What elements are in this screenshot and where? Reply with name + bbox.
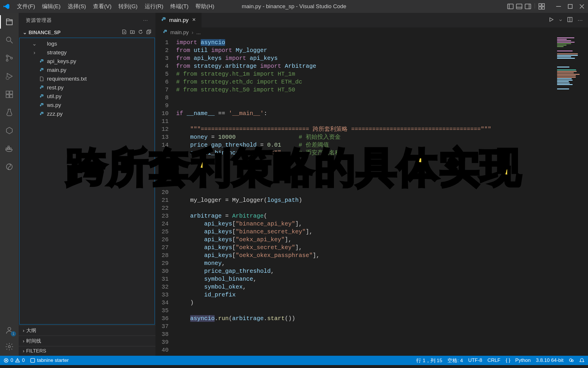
new-folder-icon[interactable] — [130, 29, 135, 36]
video-overlay-title: 跨所套利策略的具体实现 — [66, 140, 522, 196]
status-language-mode[interactable]: { } Python — [506, 357, 531, 363]
file-icon — [39, 85, 45, 90]
status-eol[interactable]: CRLF — [487, 357, 500, 363]
status-python-interpreter[interactable]: 3.8.10 64-bit — [536, 357, 564, 363]
tree-item-label: ws.py — [47, 102, 61, 108]
search-view-icon[interactable] — [4, 35, 14, 45]
customize-layout-icon[interactable] — [538, 3, 545, 10]
file-item[interactable]: zzz.py — [20, 110, 155, 118]
line-number-gutter: 1234567891011121314151617181920212223242… — [156, 37, 176, 356]
file-item[interactable]: api_keys.py — [20, 57, 155, 66]
vscode-logo-icon — [3, 3, 10, 10]
section-label: FILTERS — [26, 348, 46, 354]
sidebar-section-大纲[interactable]: ›大纲 — [19, 325, 155, 336]
menu-item[interactable]: 终端(T) — [167, 3, 192, 10]
status-problems[interactable]: 0 0 — [4, 357, 25, 363]
menu-item[interactable]: 选择(S) — [64, 3, 90, 10]
status-encoding[interactable]: UTF-8 — [468, 357, 482, 363]
status-tabnine[interactable]: tabnine starter — [30, 357, 69, 363]
tree-item-label: requirements.txt — [47, 76, 87, 82]
extensions-view-icon[interactable] — [4, 89, 14, 99]
menu-item[interactable]: 运行(R) — [141, 3, 167, 10]
svg-rect-24 — [10, 95, 13, 98]
settings-gear-icon[interactable] — [4, 342, 14, 352]
run-file-icon[interactable] — [548, 17, 554, 24]
refresh-icon[interactable] — [138, 29, 143, 36]
docker-view-icon[interactable] — [4, 144, 14, 154]
explorer-view-icon[interactable] — [4, 17, 14, 27]
menu-item[interactable]: 编辑(E) — [38, 3, 64, 10]
menu-bar: 文件(F)编辑(E)选择(S)查看(V)转到(G)运行(R)终端(T)帮助(H) — [13, 3, 218, 10]
file-item[interactable]: main.py — [20, 66, 155, 74]
status-notifications-icon[interactable] — [579, 358, 584, 363]
svg-rect-9 — [542, 7, 544, 9]
breadcrumb-item[interactable]: ... — [196, 29, 201, 36]
chevron-right-icon: › — [23, 348, 24, 354]
sidebar-more-icon[interactable]: ⋯ — [143, 17, 148, 23]
chevron-right-icon: › — [23, 338, 24, 344]
layout-sidebar-left-icon[interactable] — [507, 3, 514, 10]
svg-point-18 — [10, 57, 12, 59]
folder-item[interactable]: ⌄logs — [20, 39, 155, 48]
openai-view-icon[interactable] — [4, 162, 14, 172]
svg-rect-0 — [508, 4, 513, 9]
accounts-icon[interactable]: 1 — [4, 325, 14, 335]
chevron-right-icon: › — [23, 328, 24, 334]
window-minimize-icon[interactable] — [555, 3, 562, 10]
sidebar-section-时间线[interactable]: ›时间线 — [19, 336, 155, 346]
folder-item[interactable]: ›strategy — [20, 48, 155, 57]
tab-main-py[interactable]: main.py — [156, 13, 202, 27]
source-control-view-icon[interactable] — [4, 53, 14, 63]
svg-rect-48 — [31, 358, 35, 362]
split-editor-icon[interactable] — [567, 17, 573, 24]
file-item[interactable]: rest.py — [20, 83, 155, 92]
layout-panel-bottom-icon[interactable] — [516, 3, 522, 10]
svg-rect-21 — [6, 91, 9, 94]
svg-rect-22 — [10, 91, 13, 94]
status-cursor-position[interactable]: 行 1，列 15 — [416, 357, 442, 364]
status-indentation[interactable]: 空格: 4 — [447, 357, 463, 364]
close-icon[interactable] — [192, 17, 196, 23]
run-debug-view-icon[interactable] — [4, 71, 14, 81]
file-icon — [39, 94, 45, 99]
tree-item-label: api_keys.py — [47, 58, 76, 65]
file-item[interactable]: requirements.txt — [20, 74, 155, 83]
svg-rect-29 — [8, 146, 9, 147]
svg-point-14 — [6, 37, 11, 41]
window-maximize-icon[interactable] — [567, 3, 573, 10]
collapse-all-icon[interactable] — [146, 29, 151, 36]
chevron-icon: › — [32, 49, 36, 56]
chevron-icon: ⌄ — [32, 40, 36, 47]
menu-item[interactable]: 转到(G) — [115, 3, 141, 10]
breadcrumb-item[interactable]: main.py — [170, 29, 189, 36]
section-label: 时间线 — [26, 338, 41, 344]
svg-point-20 — [6, 77, 9, 79]
breadcrumb[interactable]: main.py › ... — [156, 27, 588, 37]
file-item[interactable]: util.py — [20, 92, 155, 101]
code-editor-content[interactable]: import asynciofrom util import My_logger… — [176, 37, 588, 356]
file-icon — [39, 103, 45, 107]
file-icon — [39, 77, 45, 81]
window-close-icon[interactable] — [579, 3, 585, 10]
run-dropdown-icon[interactable] — [559, 17, 562, 23]
hexagon-view-icon[interactable] — [4, 126, 14, 136]
sidebar-section-FILTERS[interactable]: ›FILTERS — [19, 346, 155, 356]
file-item[interactable]: ws.py — [20, 101, 155, 110]
project-section-header[interactable]: ⌄ BINANCE_SP — [19, 27, 155, 38]
menu-item[interactable]: 查看(V) — [90, 3, 115, 10]
svg-rect-23 — [6, 95, 9, 98]
editor-tabs: main.py ⋯ — [156, 13, 588, 27]
python-file-icon — [161, 17, 166, 24]
svg-rect-7 — [542, 4, 544, 6]
editor-more-icon[interactable]: ⋯ — [578, 17, 583, 23]
activity-bar: 1 — [0, 13, 19, 356]
new-file-icon[interactable] — [122, 29, 127, 36]
status-feedback-icon[interactable] — [569, 358, 574, 363]
minimap[interactable] — [557, 37, 583, 113]
section-label: 大纲 — [26, 327, 36, 334]
menu-item[interactable]: 帮助(H) — [192, 3, 218, 10]
testing-view-icon[interactable] — [4, 107, 14, 117]
menu-item[interactable]: 文件(F) — [13, 3, 38, 10]
file-icon — [39, 68, 45, 72]
layout-sidebar-right-icon[interactable] — [525, 3, 531, 10]
